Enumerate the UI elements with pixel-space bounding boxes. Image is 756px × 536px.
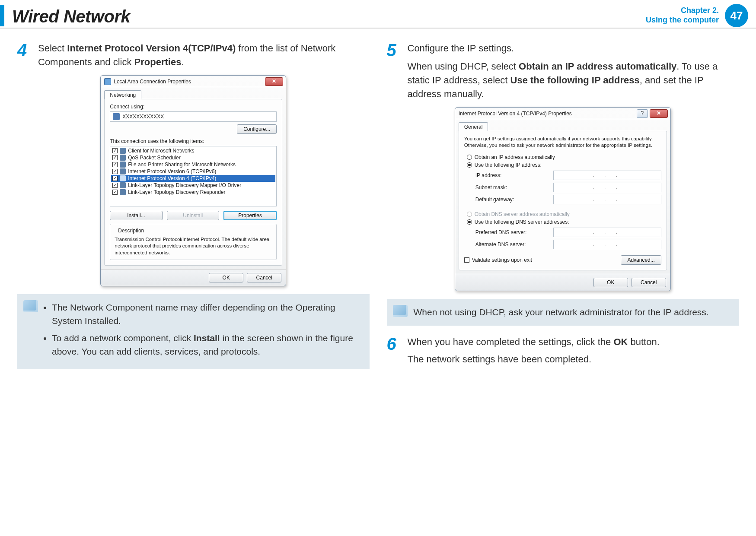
checkbox-icon[interactable]: ✓ <box>112 148 118 153</box>
configure-button[interactable]: Configure... <box>237 124 277 134</box>
dialog-tabbar: General <box>455 119 670 131</box>
t: button. <box>628 336 659 347</box>
description-text: Transmission Control Protocol/Internet P… <box>115 236 272 257</box>
step-6: 6 When you have completed the settings, … <box>387 335 739 366</box>
radio-static-ip[interactable]: Use the following IP address: <box>467 162 661 168</box>
header-right: Chapter 2. Using the computer 47 <box>646 4 748 27</box>
list-item[interactable]: ✓Internet Protocol Version 6 (TCP/IPv6) <box>111 168 275 175</box>
description-group-title: Description <box>116 228 146 234</box>
b: OK <box>613 336 628 347</box>
dialog-titlebar: Local Area Connection Properties ✕ <box>101 76 286 87</box>
uninstall-button: Uninstall <box>167 211 219 220</box>
radio-icon <box>467 212 472 217</box>
checkbox-icon[interactable]: ✓ <box>112 155 118 160</box>
titlebar-buttons: ? ✕ <box>637 109 668 118</box>
step5-line2: When using DHCP, select Obtain an IP add… <box>408 60 739 101</box>
content-columns: 4 Select Internet Protocol Version 4(TCP… <box>0 29 756 371</box>
component-icon <box>120 182 126 188</box>
validate-label: Validate settings upon exit <box>472 257 532 263</box>
chapter-line1: Chapter 2. <box>646 6 719 16</box>
t: When using DHCP, select <box>408 61 519 72</box>
field-gateway: Default gateway: . . . <box>475 195 661 204</box>
adapter-name: XXXXXXXXXXXX <box>122 114 164 120</box>
list-item[interactable]: ✓QoS Packet Scheduler <box>111 154 275 161</box>
radio-label: Use the following IP address: <box>475 162 542 168</box>
dialog-title: Internet Protocol Version 4 (TCP/IPv4) P… <box>459 111 572 117</box>
ok-button[interactable]: OK <box>209 273 243 282</box>
chapter-line2: Using the computer <box>646 16 719 25</box>
checkbox-icon[interactable]: ✓ <box>112 162 118 167</box>
note-box: The Network Component name may differ de… <box>17 294 370 369</box>
step-number: 4 <box>17 41 32 69</box>
component-icon <box>120 175 126 181</box>
subnet-input[interactable]: . . . <box>553 183 661 192</box>
checkbox-icon[interactable]: ✓ <box>112 190 118 195</box>
radio-obtain-ip[interactable]: Obtain an IP address automatically <box>467 154 661 160</box>
item-label: QoS Packet Scheduler <box>128 155 180 161</box>
ipv4-properties-dialog: Internet Protocol Version 4 (TCP/IPv4) P… <box>455 107 671 291</box>
ok-button[interactable]: OK <box>593 278 628 287</box>
list-item-selected[interactable]: ✓Internet Protocol Version 4 (TCP/IPv4) <box>111 175 275 182</box>
gateway-input[interactable]: . . . <box>553 195 661 204</box>
step4-text-suffix: . <box>181 57 184 67</box>
component-icon <box>120 148 126 154</box>
components-listbox[interactable]: ✓Client for Microsoft Networks ✓QoS Pack… <box>110 146 277 206</box>
radio-icon <box>467 162 472 168</box>
dialog-panel: You can get IP settings assigned automat… <box>459 131 667 270</box>
alternate-dns-input[interactable]: . . . <box>553 240 661 249</box>
adapter-field[interactable]: XXXXXXXXXXXX <box>110 111 277 122</box>
b: Obtain an IP address automatically <box>519 61 676 72</box>
radio-label: Obtain an IP address automatically <box>475 154 555 160</box>
checkbox-icon <box>464 257 469 263</box>
cancel-button[interactable]: Cancel <box>632 278 666 287</box>
install-button[interactable]: Install... <box>110 211 162 220</box>
step-body: Select Internet Protocol Version 4(TCP/I… <box>38 41 370 69</box>
component-icon <box>120 189 126 195</box>
advanced-row: Validate settings upon exit Advanced... <box>464 255 661 265</box>
note-bullet: The Network Component name may differ de… <box>52 301 361 327</box>
step-4: 4 Select Internet Protocol Version 4(TCP… <box>17 41 370 69</box>
ip-input[interactable]: . . . <box>553 171 661 180</box>
step4-bold1: Internet Protocol Version 4(TCP/IPv4) <box>67 43 236 54</box>
intro-text: You can get IP settings assigned automat… <box>464 136 661 149</box>
step-body: Configure the IP settings. When using DH… <box>408 41 739 101</box>
list-item[interactable]: ✓Link-Layer Topology Discovery Mapper I/… <box>111 182 275 189</box>
step6-line1: When you have completed the settings, cl… <box>408 335 739 349</box>
preferred-dns-input[interactable]: . . . <box>553 228 661 237</box>
note-text: When not using DHCP, ask your network ad… <box>414 306 730 319</box>
lan-properties-dialog: Local Area Connection Properties ✕ Netwo… <box>100 75 286 287</box>
field-ip: IP address: . . . <box>475 171 661 180</box>
step-number: 6 <box>387 335 402 366</box>
description-group: Description Transmission Control Protoco… <box>110 224 277 260</box>
step4-bold2: Properties <box>134 57 182 67</box>
dialog-footer: OK Cancel <box>101 269 286 286</box>
checkbox-icon[interactable]: ✓ <box>112 169 118 174</box>
list-item[interactable]: ✓Link-Layer Topology Discovery Responder <box>111 189 275 196</box>
properties-button[interactable]: Properties <box>223 211 277 220</box>
close-icon[interactable]: ✕ <box>265 77 283 86</box>
step5-line1: Configure the IP settings. <box>408 41 739 55</box>
item-label: Client for Microsoft Networks <box>128 148 194 154</box>
list-item[interactable]: ✓File and Printer Sharing for Microsoft … <box>111 161 275 168</box>
field-label: Default gateway: <box>475 197 549 203</box>
checkbox-icon[interactable]: ✓ <box>112 176 118 181</box>
checkbox-icon[interactable]: ✓ <box>112 183 118 188</box>
step-body: When you have completed the settings, cl… <box>408 335 739 366</box>
right-column: 5 Configure the IP settings. When using … <box>387 41 739 371</box>
item-label: Link-Layer Topology Discovery Responder <box>128 189 225 195</box>
note-icon <box>23 300 38 312</box>
list-item[interactable]: ✓Client for Microsoft Networks <box>111 147 275 154</box>
close-icon[interactable]: ✕ <box>650 109 668 118</box>
network-icon <box>104 78 111 85</box>
dialog-title: Local Area Connection Properties <box>114 79 191 85</box>
component-icon <box>120 162 126 168</box>
help-icon[interactable]: ? <box>637 109 648 118</box>
note-box: When not using DHCP, ask your network ad… <box>387 299 739 326</box>
radio-static-dns[interactable]: Use the following DNS server addresses: <box>467 219 661 225</box>
validate-checkbox[interactable]: Validate settings upon exit <box>464 257 532 263</box>
tab-networking[interactable]: Networking <box>104 90 141 99</box>
cancel-button[interactable]: Cancel <box>247 273 281 282</box>
advanced-button[interactable]: Advanced... <box>621 255 661 265</box>
chapter-block: Chapter 2. Using the computer <box>646 6 719 25</box>
tab-general[interactable]: General <box>459 122 488 131</box>
